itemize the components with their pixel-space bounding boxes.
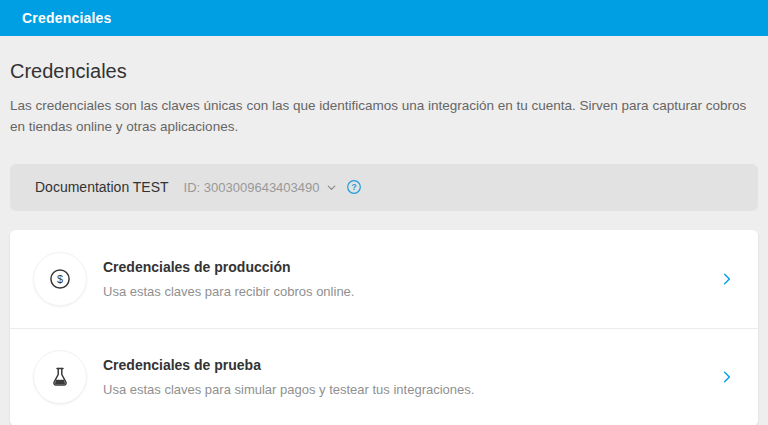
appbar-title: Credenciales bbox=[22, 10, 112, 26]
card-description: Usa estas claves para recibir cobros onl… bbox=[103, 284, 720, 299]
card-text: Credenciales de prueba Usa estas claves … bbox=[103, 357, 720, 397]
page-title: Credenciales bbox=[10, 60, 758, 83]
chevron-right-icon[interactable] bbox=[720, 272, 734, 286]
card-title: Credenciales de producción bbox=[103, 259, 720, 275]
main-content: Credenciales Las credenciales son las cl… bbox=[0, 60, 768, 425]
svg-text:?: ? bbox=[351, 182, 356, 192]
card-title: Credenciales de prueba bbox=[103, 357, 720, 373]
credentials-card-list: $ Credenciales de producción Usa estas c… bbox=[10, 230, 758, 425]
chevron-down-icon[interactable] bbox=[326, 182, 337, 193]
app-header: Credenciales bbox=[0, 0, 768, 36]
card-description: Usa estas claves para simular pagos y te… bbox=[103, 382, 720, 397]
dollar-circle-icon: $ bbox=[33, 252, 87, 306]
application-id: ID: 3003009643403490 bbox=[184, 180, 320, 195]
card-text: Credenciales de producción Usa estas cla… bbox=[103, 259, 720, 299]
page-description: Las credenciales son las claves únicas c… bbox=[10, 96, 758, 138]
flask-icon bbox=[33, 350, 87, 404]
help-circle-icon[interactable]: ? bbox=[346, 179, 362, 195]
production-credentials-row[interactable]: $ Credenciales de producción Usa estas c… bbox=[10, 230, 758, 328]
chevron-right-icon[interactable] bbox=[720, 370, 734, 384]
svg-text:$: $ bbox=[57, 273, 63, 285]
test-credentials-row[interactable]: Credenciales de prueba Usa estas claves … bbox=[10, 328, 758, 425]
application-name: Documentation TEST bbox=[35, 179, 169, 195]
application-selector[interactable]: Documentation TEST ID: 3003009643403490 … bbox=[10, 164, 758, 211]
